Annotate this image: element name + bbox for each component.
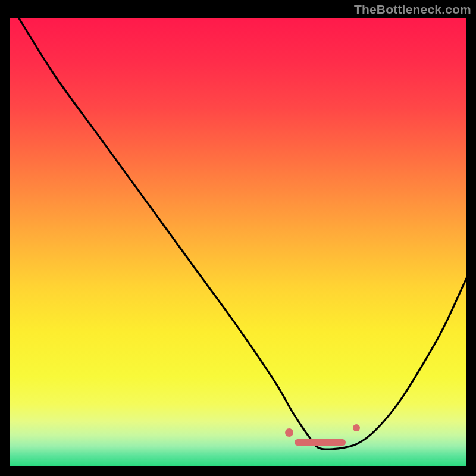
optimal-range-start-marker — [285, 428, 293, 437]
plot-area — [10, 18, 466, 466]
bottleneck-curve — [10, 18, 466, 466]
optimal-range-end-marker — [353, 424, 360, 431]
attribution-text: TheBottleneck.com — [354, 2, 471, 17]
chart-frame: TheBottleneck.com — [0, 0, 476, 476]
optimal-range-bar — [295, 439, 346, 446]
